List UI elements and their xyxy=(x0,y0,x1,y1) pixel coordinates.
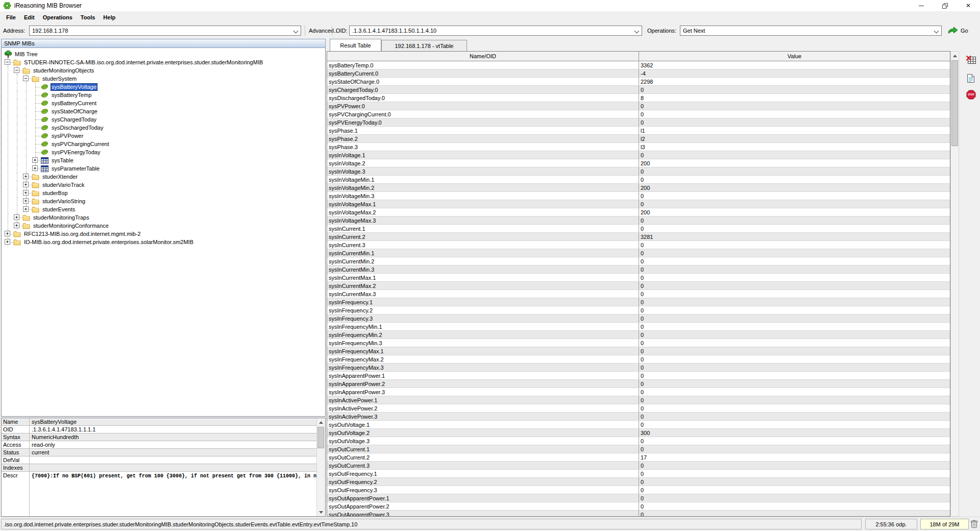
result-row[interactable]: sysPVPower.00 xyxy=(327,102,950,110)
collapse-icon[interactable] xyxy=(23,76,29,81)
tree-item-syspvchargingcurrent[interactable]: sysPVChargingCurrent xyxy=(2,140,325,148)
expand-icon[interactable] xyxy=(23,174,29,179)
result-row[interactable]: sysInCurrentMax.20 xyxy=(327,282,950,290)
collapse-icon[interactable] xyxy=(5,59,10,65)
result-row[interactable]: sysInCurrentMax.30 xyxy=(327,290,950,298)
clear-table-icon[interactable] xyxy=(965,54,977,65)
result-row[interactable]: sysInApparentPower.10 xyxy=(327,372,950,380)
result-row[interactable]: sysInCurrentMax.10 xyxy=(327,274,950,282)
expand-icon[interactable] xyxy=(14,214,19,220)
result-row[interactable]: sysPVEnergyToday.00 xyxy=(327,118,950,127)
result-row[interactable]: sysPVChargingCurrent.00 xyxy=(327,110,950,118)
result-row[interactable]: sysPhase.1l1 xyxy=(327,127,950,135)
tree-item-studerbsp[interactable]: studerBsp xyxy=(2,189,325,197)
address-combo[interactable]: 192.168.1.178 xyxy=(29,26,301,36)
result-row[interactable]: sysOutFrequency.30 xyxy=(327,486,950,494)
tree-item-syspvpower[interactable]: sysPVPower xyxy=(2,132,325,140)
result-row[interactable]: sysOutFrequency.20 xyxy=(327,478,950,486)
details-scrollbar[interactable] xyxy=(316,418,325,516)
tab-result-table[interactable]: Result Table xyxy=(330,39,381,51)
result-row[interactable]: sysInApparentPower.30 xyxy=(327,388,950,396)
result-row[interactable]: sysInFrequencyMax.10 xyxy=(327,347,950,355)
tree-item-io-mib-iso-org-dod-internet-private-ente[interactable]: IO-MIB.iso.org.dod.internet.private.ente… xyxy=(2,238,325,246)
result-row[interactable]: sysInFrequencyMax.20 xyxy=(327,355,950,364)
column-header-value[interactable]: Value xyxy=(639,52,950,61)
tree-item-studerxtender[interactable]: studerXtender xyxy=(2,173,325,181)
result-row[interactable]: sysInFrequencyMin.30 xyxy=(327,339,950,347)
scrollbar-thumb[interactable] xyxy=(951,60,958,146)
result-row[interactable]: sysStateOfCharge.02298 xyxy=(327,78,950,86)
result-row[interactable]: sysInFrequencyMin.20 xyxy=(327,331,950,339)
result-row[interactable]: sysOutCurrent.30 xyxy=(327,462,950,470)
result-row[interactable]: sysOutCurrent.10 xyxy=(327,445,950,453)
collapse-icon[interactable] xyxy=(14,67,19,73)
scroll-up-icon[interactable] xyxy=(951,52,959,60)
expand-icon[interactable] xyxy=(23,190,29,196)
result-row[interactable]: sysInVoltageMin.10 xyxy=(327,176,950,184)
go-button[interactable]: Go xyxy=(947,26,968,36)
result-row[interactable]: sysInCurrent.10 xyxy=(327,225,950,233)
result-row[interactable]: sysInFrequencyMin.10 xyxy=(327,323,950,331)
expand-icon[interactable] xyxy=(5,239,10,245)
expand-icon[interactable] xyxy=(23,182,29,187)
result-row[interactable]: sysOutVoltage.10 xyxy=(327,421,950,429)
tree-item-sysstateofcharge[interactable]: sysStateOfCharge xyxy=(2,107,325,115)
stop-icon[interactable]: STOP xyxy=(965,89,977,100)
tree-item-sysparametertable[interactable]: sysParameterTable xyxy=(2,164,325,173)
result-row[interactable]: sysPhase.3l3 xyxy=(327,143,950,151)
tab-vttable[interactable]: 192.168.1.178 - vtTable xyxy=(381,40,467,51)
result-row[interactable]: sysBatteryTemp.03362 xyxy=(327,61,950,69)
result-row[interactable]: sysChargedToday.00 xyxy=(327,86,950,94)
result-row[interactable]: sysOutApparentPower.20 xyxy=(327,502,950,511)
result-row[interactable]: sysInCurrentMin.30 xyxy=(327,266,950,274)
result-table-scrollbar[interactable] xyxy=(950,51,959,517)
result-row[interactable]: sysInFrequency.20 xyxy=(327,306,950,315)
tree-item-systable[interactable]: sysTable xyxy=(2,156,325,164)
tree-item-sysbatterycurrent[interactable]: sysBatteryCurrent xyxy=(2,99,325,107)
scroll-up-icon[interactable] xyxy=(317,418,325,426)
result-row[interactable]: sysInActivePower.30 xyxy=(327,413,950,421)
result-row[interactable]: sysInVoltage.30 xyxy=(327,167,950,176)
result-row[interactable]: sysInVoltageMin.30 xyxy=(327,192,950,200)
tree-item-studervariotrack[interactable]: studerVarioTrack xyxy=(2,181,325,189)
restore-button[interactable] xyxy=(933,0,957,11)
menu-operations[interactable]: Operations xyxy=(39,11,77,23)
result-row[interactable]: sysOutCurrent.217 xyxy=(327,453,950,462)
tree-item-studervariostring[interactable]: studerVarioString xyxy=(2,197,325,205)
advanced-button[interactable]: Advanced... xyxy=(309,28,338,34)
result-row[interactable]: sysInCurrentMin.20 xyxy=(327,257,950,266)
result-row[interactable]: sysInFrequency.30 xyxy=(327,315,950,323)
result-row[interactable]: sysInCurrentMin.10 xyxy=(327,249,950,257)
expand-icon[interactable] xyxy=(5,231,10,236)
result-row[interactable]: sysInCurrent.23281 xyxy=(327,233,950,241)
oid-combo[interactable]: .1.3.6.1.4.1.47183.1.1.50.1.1.4.10 xyxy=(349,26,642,36)
tree-item-studermonitoringobjects[interactable]: studerMonitoringObjects xyxy=(2,66,325,75)
result-row[interactable]: sysInVoltageMax.10 xyxy=(327,200,950,208)
expand-icon[interactable] xyxy=(32,157,38,163)
expand-icon[interactable] xyxy=(32,165,38,171)
minimize-button[interactable] xyxy=(910,0,933,11)
operations-combo[interactable]: Get Next xyxy=(680,26,942,36)
result-row[interactable]: sysOutApparentPower.10 xyxy=(327,494,950,502)
menu-edit[interactable]: Edit xyxy=(20,11,39,23)
trash-icon[interactable] xyxy=(970,520,978,529)
tree-item-rfc1213-mib-iso-org-dod-internet-mgmt-mi[interactable]: RFC1213-MIB.iso.org.dod.internet.mgmt.mi… xyxy=(2,230,325,238)
scroll-down-icon[interactable] xyxy=(317,508,325,516)
result-row[interactable]: sysInCurrent.30 xyxy=(327,241,950,249)
scrollbar-thumb[interactable] xyxy=(317,427,324,448)
tree-item-studer-innotec-sa-mib-iso-org-dod-intern[interactable]: STUDER-INNOTEC-SA-MIB.iso.org.dod.intern… xyxy=(2,58,325,66)
result-row[interactable]: sysInVoltageMin.2200 xyxy=(327,184,950,192)
result-row[interactable]: sysInApparentPower.20 xyxy=(327,380,950,388)
tree-item-studersystem[interactable]: studerSystem xyxy=(2,75,325,83)
result-row[interactable]: sysInVoltage.2200 xyxy=(327,159,950,167)
tree-item-syspvenergytoday[interactable]: sysPVEnergyToday xyxy=(2,148,325,156)
result-row[interactable]: sysInVoltageMax.30 xyxy=(327,216,950,225)
tree-item-studermonitoringtraps[interactable]: studerMonitoringTraps xyxy=(2,213,325,222)
tree-item-syschargedtoday[interactable]: sysChargedToday xyxy=(2,115,325,124)
result-row[interactable]: sysInActivePower.10 xyxy=(327,396,950,404)
result-row[interactable]: sysOutVoltage.30 xyxy=(327,437,950,445)
tree-item-sysbatterytemp[interactable]: sysBatteryTemp xyxy=(2,91,325,99)
close-button[interactable]: ✕ xyxy=(957,0,980,11)
tree-item-sysdischargedtoday[interactable]: sysDischargedToday xyxy=(2,124,325,132)
result-row[interactable]: sysDischargedToday.08 xyxy=(327,94,950,102)
